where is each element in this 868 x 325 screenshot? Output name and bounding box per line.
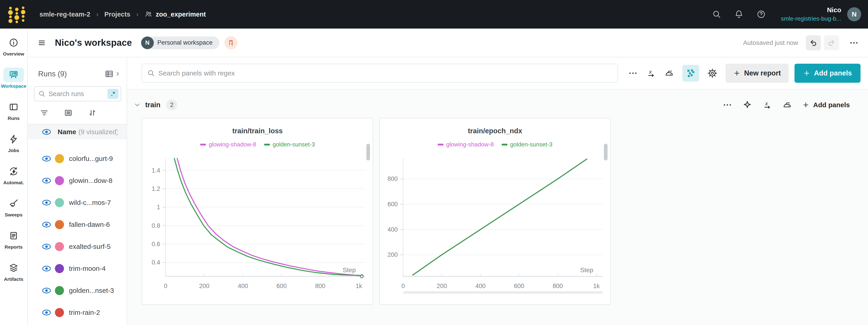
x-axis-icon[interactable]: x: [646, 68, 656, 78]
svg-text:0.4: 0.4: [152, 259, 160, 266]
run-color-dot: [55, 308, 64, 317]
svg-text:600: 600: [388, 201, 398, 207]
workspace-badge[interactable]: N Personal workspace: [141, 36, 219, 49]
eye-icon[interactable]: [41, 197, 52, 208]
more-menu-icon[interactable]: [849, 38, 859, 48]
run-row[interactable]: golden...nset-3: [28, 280, 127, 301]
chart-panel-epoch-ndx[interactable]: train/epoch_ndx glowing-shadow-8golden-s…: [379, 118, 611, 305]
avatar[interactable]: N: [847, 7, 861, 21]
run-name: wild-c...mos-7: [69, 199, 111, 206]
rail-item-sweeps[interactable]: Sweeps: [0, 196, 27, 218]
eye-icon[interactable]: [41, 263, 52, 274]
lightning-icon: [8, 134, 19, 144]
sparkle-icon[interactable]: [742, 100, 752, 110]
breadcrumb-team[interactable]: smle-reg-team-2: [39, 11, 90, 18]
eye-icon[interactable]: [41, 175, 52, 186]
eye-icon[interactable]: [41, 127, 52, 137]
search-panels-input[interactable]: Search panels with regex: [142, 64, 618, 83]
user-menu[interactable]: Nico smle-registries-bug-b...: [781, 6, 841, 22]
eye-icon[interactable]: [41, 154, 52, 164]
plus-icon: [733, 70, 741, 77]
panel-settings-active-button[interactable]: [682, 65, 699, 82]
help-icon[interactable]: [756, 9, 766, 19]
run-row[interactable]: glowin...dow-8: [28, 169, 127, 192]
section-add-panels-button[interactable]: Add panels: [802, 101, 850, 109]
page-title: Nico's workspace: [55, 38, 132, 48]
svg-text:200: 200: [199, 283, 209, 289]
run-color-dot: [55, 154, 64, 163]
filter-icon[interactable]: [39, 108, 49, 118]
breadcrumb-project[interactable]: zoo_experiment: [144, 10, 206, 19]
smoothing-iron-icon[interactable]: [664, 68, 674, 78]
group-list-icon[interactable]: [64, 108, 73, 118]
search-runs-input[interactable]: Search runs .*: [34, 86, 121, 101]
run-row[interactable]: trim-rain-2: [28, 301, 127, 323]
rail-item-reports[interactable]: Reports: [0, 228, 27, 250]
rail-item-workspace[interactable]: Workspace: [0, 68, 27, 89]
notifications-bell-icon[interactable]: [734, 9, 744, 19]
chart-plot[interactable]: 0.40.60.811.21.402004006008001kStep: [144, 149, 371, 297]
legend-item[interactable]: golden-sunset-3: [502, 141, 552, 148]
panel-scrollbar[interactable]: [604, 144, 608, 160]
rail-item-artifacts[interactable]: Artifacts: [0, 261, 27, 282]
smoothing-iron-icon[interactable]: [782, 100, 792, 110]
search-panels-placeholder: Search panels with regex: [158, 69, 235, 77]
legend-item[interactable]: glowing-shadow-8: [200, 141, 256, 148]
hamburger-menu-icon[interactable]: [37, 38, 46, 47]
runs-list-header[interactable]: Name (9 visualized): [28, 124, 127, 139]
breadcrumb-projects[interactable]: Projects: [104, 11, 130, 18]
run-row[interactable]: wild-c...mos-7: [28, 192, 127, 214]
bookmark-x-icon: [227, 39, 235, 46]
global-search-icon[interactable]: [712, 9, 721, 19]
run-row[interactable]: trim-moon-4: [28, 257, 127, 280]
search-icon: [147, 69, 155, 77]
eye-icon[interactable]: [41, 307, 52, 318]
svg-text:Step: Step: [343, 266, 356, 273]
svg-text:200: 200: [388, 251, 398, 258]
chart-panel-train-loss[interactable]: train/train_loss glowing-shadow-8golden-…: [142, 118, 373, 305]
svg-text:1k: 1k: [356, 283, 362, 289]
chevron-down-icon[interactable]: [133, 101, 141, 109]
section-name[interactable]: train: [145, 101, 160, 109]
rail-item-automations[interactable]: Automat.: [0, 164, 27, 185]
workspace-board-icon: [8, 70, 19, 80]
add-panels-button[interactable]: Add panels: [795, 64, 861, 83]
legend-item[interactable]: glowing-shadow-8: [438, 141, 494, 148]
chart-plot[interactable]: 20040060080002004006008001kStep: [381, 149, 609, 297]
sort-icon[interactable]: [88, 108, 97, 118]
more-icon[interactable]: [628, 68, 638, 78]
breadcrumb-separator: ›: [136, 10, 138, 18]
gear-icon[interactable]: [707, 68, 717, 78]
user-team-link[interactable]: smle-registries-bug-b...: [781, 15, 841, 22]
rail-item-runs[interactable]: Runs: [0, 100, 27, 121]
more-icon[interactable]: [722, 100, 732, 110]
run-row[interactable]: fallen-dawn-6: [28, 214, 127, 235]
eye-icon[interactable]: [41, 241, 52, 252]
eye-icon[interactable]: [41, 285, 52, 296]
runs-table-toggle[interactable]: [104, 69, 121, 79]
runs-table-icon: [8, 102, 19, 112]
rail-item-overview[interactable]: Overview: [0, 35, 27, 57]
run-row[interactable]: exalted-surf-5: [28, 235, 127, 257]
layers-icon: [8, 263, 19, 273]
svg-text:0.6: 0.6: [152, 241, 160, 248]
legend-swatch: [264, 144, 270, 145]
top-navbar: smle-reg-team-2 › Projects › zoo_experim…: [0, 0, 868, 29]
wandb-logo-icon[interactable]: [6, 4, 28, 24]
run-row[interactable]: colorfu...gurt-9: [28, 148, 127, 169]
panel-scrollbar[interactable]: [366, 144, 370, 160]
new-report-button[interactable]: New report: [725, 64, 788, 83]
undo-button[interactable]: [806, 35, 821, 50]
regex-toggle[interactable]: .*: [107, 89, 118, 99]
legend-item[interactable]: golden-sunset-3: [264, 141, 315, 148]
runs-count-title: Runs (9): [38, 70, 67, 78]
legend-swatch: [502, 144, 507, 145]
x-axis-icon[interactable]: x: [762, 100, 772, 110]
redo-button[interactable]: [824, 35, 839, 50]
workspace-avatar: N: [141, 36, 154, 49]
eye-icon[interactable]: [41, 219, 52, 230]
rail-item-jobs[interactable]: Jobs: [0, 132, 27, 153]
unsaved-view-button[interactable]: [224, 36, 238, 50]
runs-sidebar: Runs (9) Search runs .* Name (9 visualiz…: [28, 57, 127, 325]
legend-run-name: glowing-shadow-8: [209, 141, 256, 148]
